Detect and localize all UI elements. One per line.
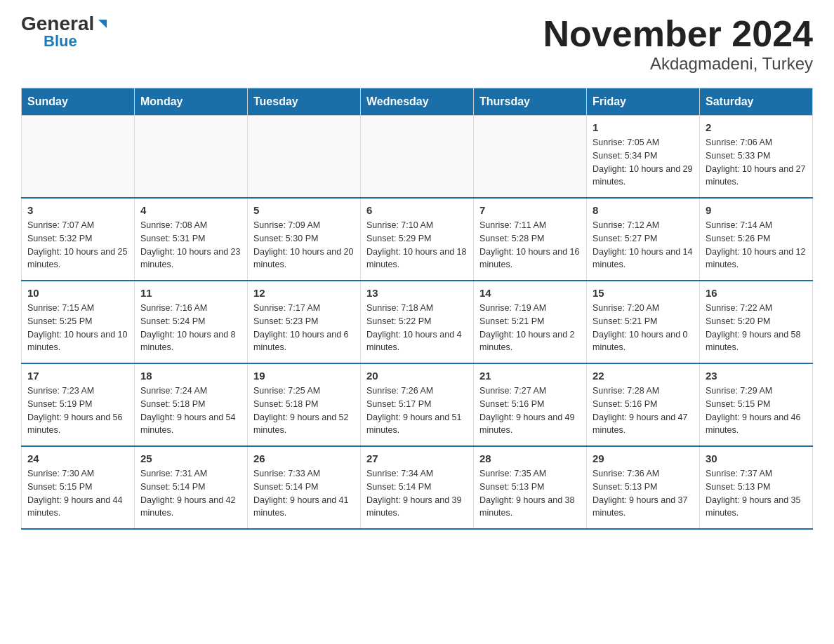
day-cell [22, 116, 135, 199]
day-info: Sunrise: 7:14 AMSunset: 5:26 PMDaylight:… [706, 219, 807, 271]
day-info: Sunrise: 7:18 AMSunset: 5:22 PMDaylight:… [366, 302, 468, 354]
day-number: 15 [593, 287, 694, 299]
day-info: Sunrise: 7:27 AMSunset: 5:16 PMDaylight:… [479, 384, 581, 437]
col-friday: Friday [587, 88, 700, 116]
day-cell: 9Sunrise: 7:14 AMSunset: 5:26 PMDaylight… [700, 198, 813, 281]
col-monday: Monday [135, 88, 248, 116]
day-number: 8 [593, 204, 694, 216]
svg-marker-0 [98, 20, 107, 28]
page-header: General Blue November 2024 Akdagmadeni, … [21, 14, 813, 74]
logo-general-text: General [21, 14, 94, 34]
day-number: 4 [140, 204, 241, 216]
day-info: Sunrise: 7:15 AMSunset: 5:25 PMDaylight:… [27, 302, 128, 354]
day-number: 7 [479, 204, 581, 216]
day-info: Sunrise: 7:19 AMSunset: 5:21 PMDaylight:… [479, 302, 581, 354]
day-info: Sunrise: 7:08 AMSunset: 5:31 PMDaylight:… [140, 219, 241, 271]
day-cell: 12Sunrise: 7:17 AMSunset: 5:23 PMDayligh… [248, 281, 361, 363]
col-thursday: Thursday [474, 88, 587, 116]
day-cell: 24Sunrise: 7:30 AMSunset: 5:15 PMDayligh… [22, 446, 135, 529]
day-info: Sunrise: 7:31 AMSunset: 5:14 PMDaylight:… [140, 467, 241, 520]
title-block: November 2024 Akdagmadeni, Turkey [543, 14, 813, 74]
day-info: Sunrise: 7:17 AMSunset: 5:23 PMDaylight:… [253, 302, 355, 354]
day-cell [361, 116, 474, 199]
day-info: Sunrise: 7:20 AMSunset: 5:21 PMDaylight:… [593, 302, 694, 354]
day-info: Sunrise: 7:05 AMSunset: 5:34 PMDaylight:… [593, 136, 694, 189]
day-number: 11 [140, 287, 241, 299]
day-info: Sunrise: 7:24 AMSunset: 5:18 PMDaylight:… [140, 384, 241, 437]
day-number: 12 [253, 287, 355, 299]
week-row-4: 17Sunrise: 7:23 AMSunset: 5:19 PMDayligh… [22, 363, 813, 446]
day-info: Sunrise: 7:07 AMSunset: 5:32 PMDaylight:… [27, 219, 128, 271]
day-info: Sunrise: 7:11 AMSunset: 5:28 PMDaylight:… [479, 219, 581, 271]
calendar-table: Sunday Monday Tuesday Wednesday Thursday… [21, 88, 813, 530]
day-cell: 28Sunrise: 7:35 AMSunset: 5:13 PMDayligh… [474, 446, 587, 529]
day-number: 28 [479, 452, 581, 464]
day-cell: 13Sunrise: 7:18 AMSunset: 5:22 PMDayligh… [361, 281, 474, 363]
day-number: 14 [479, 287, 581, 299]
day-info: Sunrise: 7:28 AMSunset: 5:16 PMDaylight:… [593, 384, 694, 437]
day-cell: 16Sunrise: 7:22 AMSunset: 5:20 PMDayligh… [700, 281, 813, 363]
day-info: Sunrise: 7:10 AMSunset: 5:29 PMDaylight:… [366, 219, 468, 271]
day-info: Sunrise: 7:25 AMSunset: 5:18 PMDaylight:… [253, 384, 355, 437]
day-info: Sunrise: 7:16 AMSunset: 5:24 PMDaylight:… [140, 302, 241, 354]
day-number: 26 [253, 452, 355, 464]
page-subtitle: Akdagmadeni, Turkey [543, 54, 813, 74]
day-number: 30 [706, 452, 807, 464]
day-number: 25 [140, 452, 241, 464]
day-cell: 18Sunrise: 7:24 AMSunset: 5:18 PMDayligh… [135, 363, 248, 446]
calendar-header: Sunday Monday Tuesday Wednesday Thursday… [22, 88, 813, 116]
day-number: 1 [593, 121, 694, 133]
day-cell: 17Sunrise: 7:23 AMSunset: 5:19 PMDayligh… [22, 363, 135, 446]
day-info: Sunrise: 7:12 AMSunset: 5:27 PMDaylight:… [593, 219, 694, 271]
week-row-2: 3Sunrise: 7:07 AMSunset: 5:32 PMDaylight… [22, 198, 813, 281]
day-cell: 6Sunrise: 7:10 AMSunset: 5:29 PMDaylight… [361, 198, 474, 281]
day-cell: 4Sunrise: 7:08 AMSunset: 5:31 PMDaylight… [135, 198, 248, 281]
day-cell: 27Sunrise: 7:34 AMSunset: 5:14 PMDayligh… [361, 446, 474, 529]
day-number: 16 [706, 287, 807, 299]
day-info: Sunrise: 7:06 AMSunset: 5:33 PMDaylight:… [706, 136, 807, 189]
logo-triangle-icon [95, 17, 110, 31]
day-cell: 30Sunrise: 7:37 AMSunset: 5:13 PMDayligh… [700, 446, 813, 529]
day-number: 2 [706, 121, 807, 133]
day-number: 3 [27, 204, 128, 216]
day-number: 5 [253, 204, 355, 216]
week-row-5: 24Sunrise: 7:30 AMSunset: 5:15 PMDayligh… [22, 446, 813, 529]
day-cell [474, 116, 587, 199]
day-number: 29 [593, 452, 694, 464]
day-cell: 23Sunrise: 7:29 AMSunset: 5:15 PMDayligh… [700, 363, 813, 446]
day-cell: 29Sunrise: 7:36 AMSunset: 5:13 PMDayligh… [587, 446, 700, 529]
day-number: 6 [366, 204, 468, 216]
day-cell: 2Sunrise: 7:06 AMSunset: 5:33 PMDaylight… [700, 116, 813, 199]
day-number: 13 [366, 287, 468, 299]
day-info: Sunrise: 7:36 AMSunset: 5:13 PMDaylight:… [593, 467, 694, 520]
col-saturday: Saturday [700, 88, 813, 116]
week-row-3: 10Sunrise: 7:15 AMSunset: 5:25 PMDayligh… [22, 281, 813, 363]
day-number: 27 [366, 452, 468, 464]
day-cell: 22Sunrise: 7:28 AMSunset: 5:16 PMDayligh… [587, 363, 700, 446]
day-cell [248, 116, 361, 199]
col-tuesday: Tuesday [248, 88, 361, 116]
day-info: Sunrise: 7:23 AMSunset: 5:19 PMDaylight:… [27, 384, 128, 437]
day-number: 22 [593, 370, 694, 382]
page-title: November 2024 [543, 14, 813, 54]
day-info: Sunrise: 7:30 AMSunset: 5:15 PMDaylight:… [27, 467, 128, 520]
day-number: 17 [27, 370, 128, 382]
day-info: Sunrise: 7:26 AMSunset: 5:17 PMDaylight:… [366, 384, 468, 437]
day-cell: 7Sunrise: 7:11 AMSunset: 5:28 PMDaylight… [474, 198, 587, 281]
day-cell: 20Sunrise: 7:26 AMSunset: 5:17 PMDayligh… [361, 363, 474, 446]
day-number: 20 [366, 370, 468, 382]
day-info: Sunrise: 7:29 AMSunset: 5:15 PMDaylight:… [706, 384, 807, 437]
day-number: 24 [27, 452, 128, 464]
day-cell: 3Sunrise: 7:07 AMSunset: 5:32 PMDaylight… [22, 198, 135, 281]
logo-blue-text: Blue [44, 34, 77, 49]
day-cell: 5Sunrise: 7:09 AMSunset: 5:30 PMDaylight… [248, 198, 361, 281]
day-cell: 14Sunrise: 7:19 AMSunset: 5:21 PMDayligh… [474, 281, 587, 363]
day-number: 10 [27, 287, 128, 299]
day-cell: 10Sunrise: 7:15 AMSunset: 5:25 PMDayligh… [22, 281, 135, 363]
calendar-body: 1Sunrise: 7:05 AMSunset: 5:34 PMDaylight… [22, 116, 813, 530]
day-cell: 21Sunrise: 7:27 AMSunset: 5:16 PMDayligh… [474, 363, 587, 446]
logo: General Blue [21, 14, 110, 49]
day-number: 9 [706, 204, 807, 216]
day-number: 19 [253, 370, 355, 382]
day-cell: 26Sunrise: 7:33 AMSunset: 5:14 PMDayligh… [248, 446, 361, 529]
